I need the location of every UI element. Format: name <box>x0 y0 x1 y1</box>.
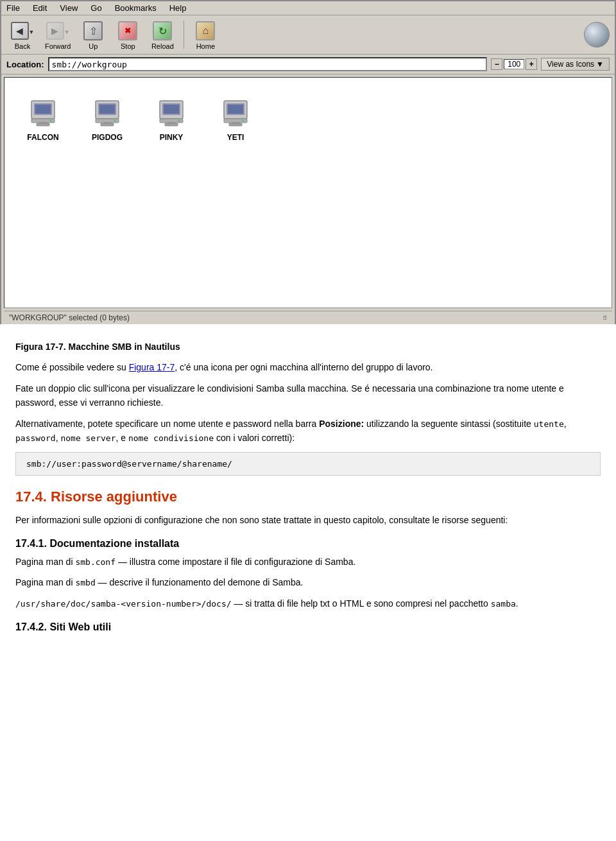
home-button[interactable]: ⌂ Home <box>189 18 221 51</box>
subsection-17-4-2-heading: 17.4.2. Siti Web utili <box>15 621 601 633</box>
file-manager-window: File Edit View Go Bookmarks Help ◀ ▼ Bac… <box>0 0 616 324</box>
file-item-yeti-label: YETI <box>227 133 244 142</box>
menu-go[interactable]: Go <box>88 3 104 13</box>
stop-icon: ✖ <box>116 19 139 42</box>
code-smb-conf: smb.conf <box>75 557 116 567</box>
doc-para1: Come é possibile vedere su Figura 17-7, … <box>15 360 601 374</box>
status-bar: "WORKGROUP" selected (0 bytes) ⠿ <box>4 311 612 324</box>
back-dropdown-arrow[interactable]: ▼ <box>29 29 35 35</box>
svg-point-18 <box>178 120 180 122</box>
code-nome-condivisione: nome condivisione <box>128 433 214 443</box>
doc-doc3: /usr/share/doc/samba-<version-number>/do… <box>15 596 601 611</box>
forward-arrow: ▶ <box>46 22 64 40</box>
status-text: "WORKGROUP" selected (0 bytes) <box>9 313 130 322</box>
svg-rect-20 <box>165 123 178 126</box>
zoom-level: 100 <box>504 59 524 69</box>
svg-rect-6 <box>37 123 49 126</box>
up-label: Up <box>89 42 98 50</box>
figura-link[interactable]: Figura 17-7 <box>129 362 175 372</box>
zoom-out-button[interactable]: − <box>491 58 502 70</box>
svg-point-4 <box>50 120 52 122</box>
location-bar: Location: − 100 + View as Icons ▼ <box>1 55 615 74</box>
file-item-pigdog-label: PIGDOG <box>92 133 123 142</box>
stop-button[interactable]: ✖ Stop <box>112 18 144 51</box>
doc-para3: Alternativamente, potete specificare un … <box>15 417 601 446</box>
svg-point-11 <box>114 120 116 122</box>
code-docs-path: /usr/share/doc/samba-<version-number>/do… <box>15 599 232 609</box>
location-input[interactable] <box>48 57 488 71</box>
home-label: Home <box>196 42 215 50</box>
home-icon: ⌂ <box>194 19 217 42</box>
back-arrow: ◀ <box>11 22 29 40</box>
forward-dropdown-arrow[interactable]: ▼ <box>64 29 70 35</box>
file-item-falcon-label: FALCON <box>27 133 58 142</box>
subsection-17-4-1-heading: 17.4.1. Documentazione installata <box>15 538 601 550</box>
reload-label: Reload <box>151 42 174 50</box>
posizione-bold: Posizione: <box>319 419 364 429</box>
file-item-pinky-label: PINKY <box>160 133 184 142</box>
svg-point-25 <box>243 120 244 122</box>
menu-bookmarks[interactable]: Bookmarks <box>112 3 159 13</box>
up-icon: ⇧ <box>81 19 105 42</box>
smb-url-code-block: smb://user:password@servername/sharename… <box>15 452 601 476</box>
forward-button[interactable]: ▶ ▼ Forward <box>41 18 74 51</box>
server-icon-falcon <box>26 96 60 129</box>
menu-view[interactable]: View <box>57 3 80 13</box>
doc-doc2: Pagina man di smbd — descrive il funzion… <box>15 575 601 590</box>
stop-label: Stop <box>121 42 135 50</box>
view-as-icons-label: View as Icons <box>547 60 594 69</box>
svg-rect-2 <box>35 105 51 114</box>
file-view: FALCON PIGDOG <box>4 77 612 308</box>
view-as-icons-button[interactable]: View as Icons ▼ <box>541 58 610 71</box>
server-icon-yeti <box>219 96 252 129</box>
reload-button[interactable]: ↻ Reload <box>146 18 178 51</box>
server-icon-pinky <box>155 96 188 129</box>
figure-caption: Figura 17-7. Macchine SMB in Nautilus <box>15 340 601 354</box>
code-password: password <box>15 433 56 443</box>
doc-doc1: Pagina man di smb.conf — illustra come i… <box>15 555 601 569</box>
toolbar-separator <box>184 21 184 49</box>
location-label: Location: <box>6 60 44 69</box>
svg-rect-9 <box>99 105 115 114</box>
back-label: Back <box>15 42 30 50</box>
forward-icon: ▶ ▼ <box>46 19 69 42</box>
reload-icon: ↻ <box>151 19 174 42</box>
back-icon: ◀ ▼ <box>11 19 34 42</box>
menu-bar: File Edit View Go Bookmarks Help <box>1 1 615 15</box>
code-samba-pkg: samba <box>491 599 516 609</box>
code-utente: utente <box>534 419 564 429</box>
menu-file[interactable]: File <box>4 3 22 13</box>
svg-rect-27 <box>229 123 242 126</box>
up-button[interactable]: ⇧ Up <box>77 18 109 51</box>
zoom-in-button[interactable]: + <box>526 58 537 70</box>
resize-grip: ⠿ <box>603 315 607 322</box>
document-content: Figura 17-7. Macchine SMB in Nautilus Co… <box>0 327 616 651</box>
back-button[interactable]: ◀ ▼ Back <box>6 18 38 51</box>
toolbar: ◀ ▼ Back ▶ ▼ Forward ⇧ Up <box>1 15 615 55</box>
file-item-falcon[interactable]: FALCON <box>17 91 69 147</box>
zoom-controls: − 100 + <box>491 58 537 70</box>
code-smbd: smbd <box>75 578 95 587</box>
menu-help[interactable]: Help <box>167 3 189 13</box>
svg-rect-13 <box>101 123 114 126</box>
section-para: Per informazioni sulle opzioni di config… <box>15 513 601 527</box>
doc-para2: Fate un doppio clic sull'icona per visua… <box>15 381 601 410</box>
file-item-yeti[interactable]: YETI <box>210 91 261 147</box>
file-item-pigdog[interactable]: PIGDOG <box>81 91 133 147</box>
view-dropdown-arrow: ▼ <box>596 60 604 69</box>
svg-rect-16 <box>164 105 179 114</box>
file-item-pinky[interactable]: PINKY <box>146 91 197 147</box>
code-nome-server: nome server <box>60 433 116 443</box>
menu-edit[interactable]: Edit <box>30 3 49 13</box>
server-icon-pigdog <box>90 96 124 129</box>
forward-label: Forward <box>45 42 71 50</box>
svg-rect-23 <box>228 105 243 114</box>
section-17-4-heading: 17.4. Risorse aggiuntive <box>15 489 601 505</box>
window-icon <box>584 22 610 48</box>
